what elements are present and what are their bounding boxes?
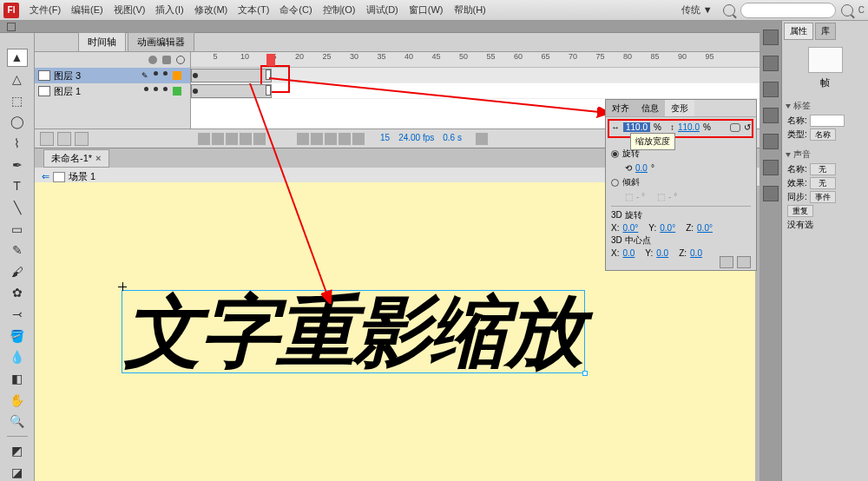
search-input[interactable] <box>740 3 836 18</box>
center3d-z[interactable]: 0.0 <box>690 248 702 258</box>
menu-view[interactable]: 视图(V) <box>108 3 151 16</box>
menu-insert[interactable]: 插入(I) <box>150 3 188 16</box>
new-layer-button[interactable] <box>40 132 54 146</box>
rot3d-x[interactable]: 0.0° <box>622 223 638 233</box>
menu-edit[interactable]: 编辑(E) <box>66 3 108 16</box>
skew-radio[interactable] <box>611 179 619 187</box>
menu-modify[interactable]: 修改(M) <box>189 3 233 16</box>
layer-row-1[interactable]: 图层 1 <box>35 83 190 99</box>
eyedropper-tool[interactable]: 💧 <box>7 348 28 366</box>
label-section[interactable]: 标签 <box>793 100 811 112</box>
workspace-switcher[interactable]: 传统 ▼ <box>676 3 718 16</box>
rot3d-y[interactable]: 0.0° <box>660 223 675 233</box>
help-search-icon[interactable] <box>841 4 853 16</box>
track-row-3[interactable] <box>191 68 760 83</box>
loop-button[interactable] <box>311 133 323 145</box>
center-frame-button[interactable] <box>297 133 309 145</box>
line-tool[interactable]: ╲ <box>7 199 28 217</box>
center3d-y[interactable]: 0.0 <box>656 248 668 258</box>
sound-section[interactable]: 声音 <box>793 148 811 161</box>
label-type-select[interactable]: 名称 <box>810 128 836 141</box>
tab-library[interactable]: 库 <box>815 23 836 40</box>
sound-sync-select[interactable]: 事件 <box>810 191 836 203</box>
deco-tool[interactable]: ✿ <box>7 284 28 302</box>
play-button[interactable] <box>226 133 238 145</box>
sound-repeat-select[interactable]: 重复 <box>787 205 813 217</box>
onion-outline-button[interactable] <box>339 133 351 145</box>
goto-first-button[interactable] <box>198 133 210 145</box>
paint-bucket-tool[interactable]: 🪣 <box>7 326 28 345</box>
track-row-1[interactable] <box>191 83 760 99</box>
transform-panel[interactable]: 对齐 信息 变形 ↔ 110.0 % ↕ 110.0 % ↺ 缩放宽度 旋转 ⟲… <box>605 99 757 271</box>
scroll-options[interactable] <box>476 133 488 145</box>
onion-skin-button[interactable] <box>325 133 337 145</box>
rot3d-z[interactable]: 0.0° <box>697 223 713 233</box>
align-panel-icon[interactable] <box>763 82 779 97</box>
lock-icon[interactable] <box>162 56 171 64</box>
zoom-tool[interactable]: 🔍 <box>7 412 28 431</box>
rotate-icon: ⟲ <box>625 163 632 173</box>
menu-text[interactable]: 文本(T) <box>233 3 274 16</box>
step-back-button[interactable] <box>212 133 224 145</box>
subselection-tool[interactable]: △ <box>7 70 28 89</box>
delete-layer-button[interactable] <box>75 132 89 146</box>
duplicate-transform-button[interactable] <box>720 256 733 268</box>
new-folder-button[interactable] <box>57 132 71 146</box>
doc-tab[interactable]: 未命名-1*× <box>43 149 109 168</box>
selection-tool[interactable]: ▲ <box>7 49 28 67</box>
stroke-color[interactable]: ◩ <box>7 442 28 460</box>
library-panel-icon[interactable] <box>763 160 779 175</box>
scene-name[interactable]: 场景 1 <box>69 170 95 183</box>
eraser-tool[interactable]: ◧ <box>7 370 28 388</box>
reset-transform-button[interactable] <box>737 256 751 268</box>
tab-transform[interactable]: 变形 <box>665 100 694 116</box>
rotate-radio[interactable] <box>611 150 619 158</box>
3d-rotation-tool[interactable]: ◯ <box>7 113 28 131</box>
menu-file[interactable]: 文件(F) <box>24 3 66 16</box>
label-name-input[interactable] <box>810 115 845 127</box>
layer-row-3[interactable]: 图层 3 ✎ <box>35 68 190 83</box>
tab-properties[interactable]: 属性 <box>784 23 813 40</box>
playhead[interactable] <box>266 54 275 66</box>
outline-icon[interactable] <box>176 56 185 64</box>
goto-last-button[interactable] <box>253 133 266 145</box>
close-icon[interactable]: × <box>95 153 101 163</box>
pen-tool[interactable]: ✒ <box>7 155 28 174</box>
brush-tool[interactable]: 🖌 <box>7 263 28 281</box>
tab-align[interactable]: 对齐 <box>606 100 635 116</box>
lasso-tool[interactable]: ⌇ <box>7 135 28 153</box>
pencil-tool[interactable]: ✎ <box>7 241 28 260</box>
text-object-selection[interactable]: 文字重影缩放 <box>122 290 585 373</box>
center3d-x[interactable]: 0.0 <box>622 248 635 258</box>
cs-live-label[interactable]: C <box>858 5 865 15</box>
bone-tool[interactable]: ⤙ <box>7 306 28 324</box>
menu-window[interactable]: 窗口(W) <box>404 3 449 16</box>
show-hide-icon[interactable] <box>148 56 157 64</box>
sound-effect-select[interactable]: 无 <box>810 177 836 189</box>
text-tool[interactable]: T <box>7 177 28 195</box>
ruler-tick: 20 <box>295 52 304 61</box>
edit-multi-button[interactable] <box>352 133 365 145</box>
step-forward-button[interactable] <box>240 133 252 145</box>
rectangle-tool[interactable]: ▭ <box>7 220 28 238</box>
rotate-value[interactable]: 0.0 <box>635 163 648 173</box>
actions-panel-icon[interactable] <box>763 186 779 201</box>
back-arrow-icon[interactable]: ⇐ <box>42 171 49 182</box>
tab-motion-editor[interactable]: 动画编辑器 <box>128 32 194 51</box>
color-panel-icon[interactable] <box>763 30 779 45</box>
menu-control[interactable]: 控制(O) <box>318 3 361 16</box>
menu-commands[interactable]: 命令(C) <box>274 3 317 16</box>
sound-name-select[interactable]: 无 <box>810 163 836 175</box>
swatches-panel-icon[interactable] <box>763 56 779 71</box>
menu-help[interactable]: 帮助(H) <box>449 3 491 16</box>
tab-timeline[interactable]: 时间轴 <box>78 32 126 51</box>
info-panel-icon[interactable] <box>763 108 779 123</box>
hand-tool[interactable]: ✋ <box>7 391 28 409</box>
fill-color[interactable]: ◪ <box>7 463 28 481</box>
menu-debug[interactable]: 调试(D) <box>361 3 404 16</box>
resize-handle[interactable] <box>582 371 588 376</box>
tab-info[interactable]: 信息 <box>635 100 665 116</box>
shelf-collapse-icon[interactable] <box>7 23 16 31</box>
transform-panel-icon[interactable] <box>763 134 779 149</box>
free-transform-tool[interactable]: ⬚ <box>7 91 28 109</box>
